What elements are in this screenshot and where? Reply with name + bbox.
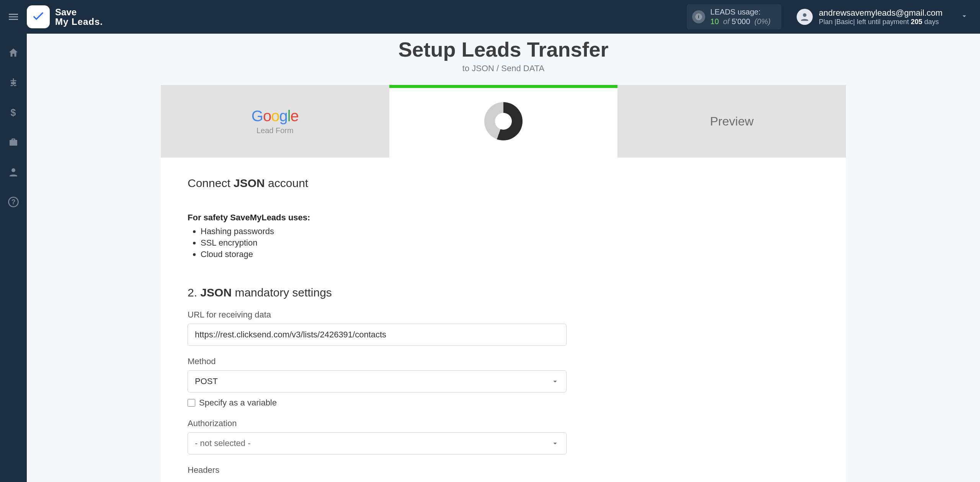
page-subtitle: to JSON / Send DATA xyxy=(27,64,980,73)
check-icon xyxy=(31,9,46,24)
svg-point-4 xyxy=(11,168,15,172)
briefcase-icon xyxy=(8,137,19,148)
brand-name: Save My Leads. xyxy=(55,7,103,26)
headers-label: Headers xyxy=(188,465,567,475)
topbar: Save My Leads. i LEADS usage: 10 of 5'00… xyxy=(0,0,980,34)
specify-variable-row[interactable]: Specify as a variable xyxy=(188,398,567,408)
chevron-down-icon xyxy=(551,439,559,448)
usage-label: LEADS usage: xyxy=(710,7,771,17)
connect-heading: Connect JSON account xyxy=(188,177,819,190)
google-sub: Lead Form xyxy=(256,126,294,135)
account-dropdown-toggle[interactable] xyxy=(960,12,969,22)
svg-text:i: i xyxy=(698,14,699,20)
tab-preview-label: Preview xyxy=(710,114,754,129)
method-select[interactable]: POST xyxy=(188,370,567,392)
nav-profile[interactable] xyxy=(0,164,27,180)
nav-billing[interactable]: $ xyxy=(0,105,27,120)
tab-destination[interactable] xyxy=(389,85,618,158)
main-content: Setup Leads Transfer to JSON / Send DATA… xyxy=(27,34,980,482)
url-input[interactable] xyxy=(195,330,559,340)
account-plan: Plan |Basic| left until payment 205 days xyxy=(819,18,942,26)
tab-source[interactable]: Google Lead Form xyxy=(161,85,389,158)
svg-point-2 xyxy=(803,13,806,17)
url-label: URL for receiving data xyxy=(188,310,567,320)
help-icon: ? xyxy=(8,196,19,208)
settings-panel: Connect JSON account For safety SaveMyLe… xyxy=(161,158,846,482)
sitemap-icon xyxy=(8,77,19,88)
nav-help[interactable]: ? xyxy=(0,194,27,210)
page-title: Setup Leads Transfer xyxy=(27,37,980,61)
specify-variable-label: Specify as a variable xyxy=(199,398,277,408)
avatar-icon xyxy=(797,9,813,25)
account-email: andrewsavemyleads@gmail.com xyxy=(819,8,942,18)
tab-preview[interactable]: Preview xyxy=(617,85,846,158)
list-item: SSL encryption xyxy=(201,238,819,248)
list-item: Hashing passwords xyxy=(201,226,819,236)
chevron-down-icon xyxy=(960,12,969,20)
nav-integrations[interactable] xyxy=(0,75,27,90)
safety-heading: For safety SaveMyLeads uses: xyxy=(188,213,819,223)
usage-values: 10 of 5'000 (0%) xyxy=(710,17,771,26)
auth-select[interactable]: - not selected - xyxy=(188,432,567,454)
json-logo-icon xyxy=(484,102,523,140)
auth-label: Authorization xyxy=(188,418,567,428)
home-icon xyxy=(8,47,19,59)
dollar-icon: $ xyxy=(8,107,19,118)
nav-home[interactable] xyxy=(0,45,27,60)
hamburger-menu-button[interactable] xyxy=(0,0,27,34)
menu-icon xyxy=(7,11,20,23)
list-item: Cloud storage xyxy=(201,249,819,259)
nav-briefcase[interactable] xyxy=(0,135,27,150)
svg-text:$: $ xyxy=(11,107,16,118)
side-nav: $ ? xyxy=(0,34,27,482)
account-block[interactable]: andrewsavemyleads@gmail.com Plan |Basic|… xyxy=(797,8,969,26)
mandatory-heading: 2. JSON mandatory settings xyxy=(188,286,819,299)
wizard-tabs: Google Lead Form Preview xyxy=(161,85,846,158)
method-value: POST xyxy=(195,376,218,386)
brand-logo xyxy=(27,5,50,28)
safety-list: Hashing passwords SSL encryption Cloud s… xyxy=(188,226,819,259)
auth-value: - not selected - xyxy=(195,438,251,448)
info-icon: i xyxy=(692,10,705,23)
specify-variable-checkbox[interactable] xyxy=(188,399,195,407)
url-input-wrap xyxy=(188,324,567,346)
method-label: Method xyxy=(188,357,567,366)
user-icon xyxy=(8,166,19,178)
leads-usage-box: i LEADS usage: 10 of 5'000 (0%) xyxy=(687,4,781,29)
chevron-down-icon xyxy=(551,377,559,386)
google-logo: Google xyxy=(252,107,299,125)
svg-text:?: ? xyxy=(11,198,16,206)
